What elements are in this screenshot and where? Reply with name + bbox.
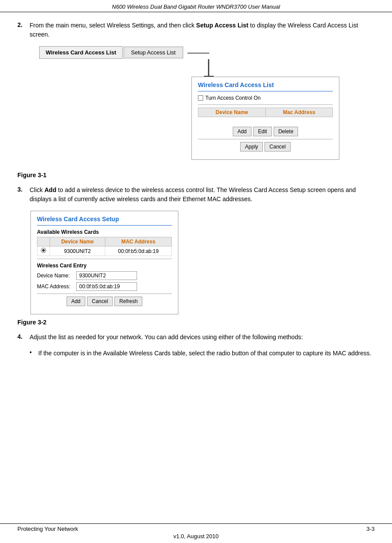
page-footer: Protecting Your Network 3-3 v1.0, August… (0, 523, 392, 543)
step-2-bold: Setup Access List (196, 22, 248, 29)
device-name-label: Device Name: (37, 273, 76, 279)
btn-divider (198, 139, 333, 139)
avail-cards-table: Device Name MAC Address 9300UNIT2 00:0f:… (37, 237, 172, 256)
radio-cell[interactable] (37, 246, 50, 256)
mac-address-cell: 00:0f:b5:0d:ab:19 (105, 246, 172, 256)
refresh-button[interactable]: Refresh (114, 297, 142, 306)
add-edit-delete-row: Add Edit Delete (198, 127, 333, 136)
col2-device-name: Device Name (50, 237, 105, 246)
cancel-button-fig2[interactable]: Cancel (87, 297, 113, 306)
entry-section: Wireless Card Entry Device Name: MAC Add… (37, 263, 172, 291)
entry-divider (37, 259, 172, 259)
add-button-fig2[interactable]: Add (67, 297, 85, 306)
apply-button[interactable]: Apply (240, 142, 263, 152)
step-3-bold: Add (44, 186, 56, 193)
header-title: N600 Wireless Dual Band Gigabit Router W… (112, 3, 280, 10)
step-3-number: 3. (17, 185, 30, 193)
bullet-text: If the computer is in the Available Wire… (38, 349, 371, 358)
ui-bar-row: Wireless Card Access List Setup Access L… (39, 46, 209, 59)
figure-1-label: Figure 3-1 (17, 172, 375, 179)
step-4: 4. Adjust the list as needed for your ne… (17, 333, 375, 342)
step-3: 3. Click Add to add a wireless device to… (17, 185, 375, 204)
col-mac-address: Mac Address (265, 108, 332, 117)
step-2-text: From the main menu, select Wireless Sett… (30, 21, 375, 39)
edit-button[interactable]: Edit (253, 127, 272, 136)
cancel-button-fig1[interactable]: Cancel (265, 142, 290, 152)
footer-version: v1.0, August 2010 (17, 533, 375, 540)
step-2-number: 2. (17, 21, 30, 28)
col2-mac-address: MAC Address (105, 237, 172, 246)
access-control-checkbox[interactable] (198, 95, 203, 101)
step-4-text: Adjust the list as needed for your netwo… (30, 334, 303, 341)
checkbox-row: Turn Access Control On (198, 95, 333, 101)
step-2-text-before: From the main menu, select Wireless Sett… (30, 22, 196, 29)
bar-label: Wireless Card Access List (39, 46, 123, 59)
footer-left: Protecting Your Network (17, 526, 78, 532)
device-name-row: Device Name: (37, 271, 172, 280)
entry-label: Wireless Card Entry (37, 263, 172, 269)
wireless-card-access-setup-panel: Wireless Card Access Setup Available Wir… (30, 211, 178, 314)
bullet-item-1: • If the computer is in the Available Wi… (30, 349, 375, 358)
panel-divider (198, 91, 333, 91)
mac-label: MAC Address: (37, 283, 76, 290)
step-3-text-after: to add a wireless device to the wireless… (30, 186, 356, 202)
step-2: 2. From the main menu, select Wireless S… (17, 21, 375, 39)
col-radio (37, 237, 50, 246)
bullet-dot: • (30, 349, 38, 358)
table-row: 9300UNIT2 00:0f:b5:0d:ab:19 (37, 246, 172, 256)
panel2-divider (37, 225, 172, 226)
btn2-divider (37, 293, 172, 294)
col-device-name: Device Name (198, 108, 266, 117)
panel2-title: Wireless Card Access Setup (37, 216, 172, 223)
page-header: N600 Wireless Dual Band Gigabit Router W… (0, 0, 392, 12)
add-button[interactable]: Add (233, 127, 251, 136)
footer-row1: Protecting Your Network 3-3 (17, 526, 375, 532)
add-cancel-refresh-row: Add Cancel Refresh (37, 297, 172, 306)
footer-right: 3-3 (366, 526, 375, 532)
panel-title: Wireless Card Access List (198, 81, 333, 88)
device-name-cell: 9300UNIT2 (50, 246, 105, 256)
wireless-card-access-list-panel: Wireless Card Access List Turn Access Co… (191, 77, 339, 160)
arrow-shaft (208, 59, 209, 77)
figure-2-container: Wireless Card Access Setup Available Wir… (17, 211, 375, 314)
step-4-text: Adjust the list as needed for your netwo… (30, 333, 303, 342)
device-name-input[interactable] (76, 271, 137, 280)
checkbox-label: Turn Access Control On (205, 95, 261, 101)
step-4-number: 4. (17, 333, 30, 340)
delete-button[interactable]: Delete (274, 127, 298, 136)
setup-access-list-button[interactable]: Setup Access List (124, 47, 183, 58)
table-divider (198, 105, 333, 105)
step-3-text-before: Click (30, 186, 44, 193)
figure-1-container: Wireless Card Access List Setup Access L… (17, 46, 375, 168)
device-table: Device Name Mac Address (198, 108, 333, 124)
apply-cancel-row: Apply Cancel (198, 142, 333, 152)
step-3-text: Click Add to add a wireless device to th… (30, 185, 375, 204)
avail-label: Available Wireless Cards (37, 229, 172, 235)
mac-address-row: MAC Address: (37, 282, 172, 291)
mac-address-input[interactable] (76, 282, 137, 291)
figure-2-label: Figure 3-2 (17, 319, 375, 326)
